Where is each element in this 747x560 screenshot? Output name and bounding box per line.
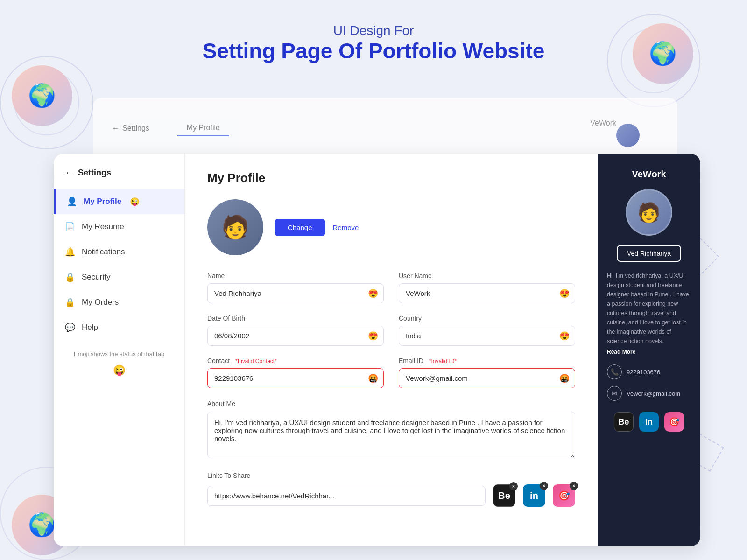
sidebar-hint-text: Emoji shows the status of that tab [74,350,164,357]
country-label: Country [399,315,575,322]
bg-back-arrow: ← [112,124,120,133]
right-panel-name: VeWork [632,169,666,180]
right-panel: VeWork 🧑 Ved Richhariya Hi, I'm ved rich… [598,154,700,546]
sidebar-item-my-resume[interactable]: 📄 My Resume [54,214,184,239]
dob-input-wrap: 😍 [207,326,384,346]
social-dribbble[interactable]: 🎯 [664,412,684,432]
resume-icon: 📄 [65,222,75,232]
avatar: 🧑 [207,199,263,255]
avatar-section: 🧑 Change Remove [207,199,575,255]
bg-settings-label: Settings [122,124,149,133]
name-input-wrap: 😍 [207,283,384,303]
right-panel-username-button[interactable]: Ved Richhariya [617,245,681,262]
dob-country-row: Date Of Birth 😍 Country 😍 [207,315,575,346]
links-row: Be × in × 🎯 × [207,484,575,507]
phone-icon: 📞 [607,364,622,379]
links-label: Links To Share [207,472,250,479]
sidebar-nav: 👤 My Profile 😜 📄 My Resume 🔔 Notificatio… [54,189,184,340]
email-icon: ✉ [607,386,622,401]
link-badge-linkedin-close[interactable]: × [540,482,548,490]
name-input[interactable] [207,283,384,303]
sidebar-item-security[interactable]: 🔒 Security [54,265,184,290]
main-container: ← Settings 👤 My Profile 😜 📄 My Resume 🔔 … [54,154,700,546]
deco-emoji-tr: 🌍 [633,23,693,84]
bg-strip-back: ← Settings [112,124,149,133]
sidebar-label-help: Help [82,323,98,332]
person-icon: 👤 [67,196,77,207]
social-behance[interactable]: Be [614,412,634,432]
about-group: About Me [207,399,575,460]
remove-photo-button[interactable]: Remove [333,224,359,231]
link-badge-dribbble-close[interactable]: × [570,482,578,490]
sidebar-item-notifications[interactable]: 🔔 Notifications [54,239,184,265]
link-badge-behance-close[interactable]: × [509,482,518,490]
links-group: Links To Share Be × in × 🎯 × [207,471,575,507]
page-header: UI Design For Setting Page Of Portfolio … [163,23,584,63]
right-panel-socials: Be in 🎯 [614,412,684,432]
email-label: Email ID *Invalid ID* [399,357,575,364]
email-invalid-badge: *Invalid ID* [429,358,457,364]
lock-icon: 🔒 [65,272,75,282]
username-input[interactable] [399,283,575,303]
main-content: My Profile 🧑 Change Remove Name 😍 User N… [184,154,598,546]
sidebar-hint-emoji: 😜 [65,363,173,378]
contact-input[interactable] [207,368,384,388]
contact-input-wrap: 🤬 [207,368,384,388]
dob-label: Date Of Birth [207,315,384,322]
sidebar-item-my-orders[interactable]: 🔒 My Orders [54,290,184,315]
about-textarea[interactable] [207,412,575,458]
sidebar-settings-label: Settings [78,168,111,178]
link-input-wrap [207,486,486,506]
right-panel-phone-row: 📞 9229103676 [607,364,691,379]
bell-icon: 🔔 [65,247,75,257]
sidebar: ← Settings 👤 My Profile 😜 📄 My Resume 🔔 … [54,154,184,546]
page-title: Setting Page Of Portfolio Website [163,38,584,63]
sidebar-label-notifications: Notifications [82,247,125,257]
sidebar-item-help[interactable]: 💬 Help [54,315,184,340]
bg-strip-tab-active: My Profile [177,121,229,136]
sidebar-item-my-profile[interactable]: 👤 My Profile 😜 [54,189,184,214]
link-badge-behance[interactable]: Be × [493,484,515,507]
help-icon: 💬 [65,322,75,333]
name-username-row: Name 😍 User Name 😍 [207,272,575,303]
contact-label: Contact *Invalid Contact* [207,357,384,364]
profile-section-title: My Profile [207,171,575,185]
page-subtitle: UI Design For [163,23,584,38]
email-field-group: Email ID *Invalid ID* 🤬 [399,357,575,388]
sidebar-label-my-resume: My Resume [82,222,124,231]
right-panel-bio: Hi, I'm ved richhariya, a UX/UI design s… [607,271,691,346]
about-label: About Me [207,400,235,407]
contact-invalid-badge: *Invalid Contact* [235,358,277,364]
link-input[interactable] [207,486,486,506]
sidebar-back-button[interactable]: ← Settings [54,168,184,189]
dob-field-group: Date Of Birth 😍 [207,315,384,346]
name-label: Name [207,272,384,280]
bg-app-strip: ← Settings My Profile [93,98,677,159]
link-badge-dribbble[interactable]: 🎯 × [553,484,575,507]
contact-email-row: Contact *Invalid Contact* 🤬 Email ID *In… [207,357,575,388]
sidebar-hint: Emoji shows the status of that tab 😜 [54,340,184,378]
deco-emoji-tl: 🌍 [12,65,72,126]
avatar-actions: Change Remove [275,219,359,236]
right-panel-email-row: ✉ Vework@gmail.com [607,386,691,401]
sidebar-label-my-profile: My Profile [84,197,121,206]
email-input-wrap: 🤬 [399,368,575,388]
right-panel-phone: 9229103676 [627,369,660,376]
sidebar-label-security: Security [82,273,110,282]
right-panel-avatar: 🧑 [626,189,672,236]
social-linkedin[interactable]: in [639,412,659,432]
right-panel-email: Vework@gmail.com [627,390,680,397]
bg-vework-label: VeWork [590,119,616,127]
back-arrow-icon: ← [65,168,73,178]
read-more-link[interactable]: Read More [607,349,691,355]
username-field-group: User Name 😍 [399,272,575,303]
link-badge-linkedin[interactable]: in × [523,484,545,507]
change-photo-button[interactable]: Change [275,219,325,236]
username-label: User Name [399,272,575,280]
country-input[interactable] [399,326,575,346]
sidebar-label-my-orders: My Orders [82,298,119,307]
dob-input[interactable] [207,326,384,346]
email-input[interactable] [399,368,575,388]
contact-field-group: Contact *Invalid Contact* 🤬 [207,357,384,388]
sidebar-emoji-my-profile: 😜 [130,197,140,207]
